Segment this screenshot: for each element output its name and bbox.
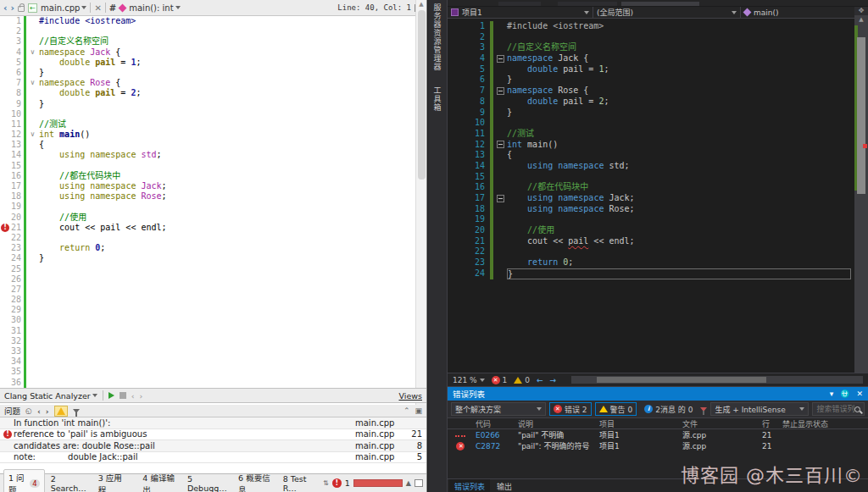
search-input[interactable]	[816, 405, 854, 413]
code-editor-left[interactable]: 1#include <iostream>23//自定义名称空间4∨namespa…	[0, 16, 426, 388]
fold-marker[interactable]: ∨	[26, 78, 39, 88]
show-warnings-toggle[interactable]	[54, 406, 68, 417]
column-header[interactable]: 文件	[680, 418, 760, 429]
code-line[interactable]: 7∨namespace Rose {	[0, 78, 426, 88]
scrollbar-thumb[interactable]	[857, 37, 865, 194]
messages-filter-button[interactable]: i 2消息 的 0	[640, 402, 697, 416]
column-header[interactable]: 禁止显示状态	[780, 418, 868, 429]
taskbar-tab[interactable]: 2 Search…	[47, 469, 92, 492]
scroll-up-icon[interactable]: ▲	[416, 0, 426, 9]
project-dropdown[interactable]: 项目1	[448, 7, 593, 18]
forward-icon[interactable]: ›	[11, 3, 15, 14]
analyzer-tool-dropdown[interactable]: Clang Static Analyzer	[4, 391, 97, 401]
code-line[interactable]: 14 using namespace std;	[0, 150, 426, 160]
panel-tab[interactable]: 输出	[492, 479, 517, 492]
code-line[interactable]: 25	[0, 264, 426, 274]
code-line[interactable]: 4namespace Jack {	[448, 53, 854, 64]
navigate-forward-icon[interactable]: →	[550, 376, 557, 384]
taskbar-tab[interactable]: 8 Test R…	[279, 469, 321, 492]
fold-marker[interactable]	[493, 193, 507, 204]
issue-row[interactable]: In function 'int main()':main.cpp	[0, 417, 426, 429]
window-menu-icon[interactable]: ▾	[830, 390, 834, 398]
code-line[interactable]: 5 double pail = 1;	[448, 64, 854, 75]
code-line[interactable]: 32	[0, 336, 426, 346]
code-line[interactable]: 34	[0, 357, 426, 367]
code-line[interactable]: 4∨namespace Jack {	[0, 47, 426, 58]
code-line[interactable]: 1#include <iostream>	[448, 21, 854, 32]
scrollbar-thumb[interactable]	[597, 377, 766, 383]
scroll-up-icon[interactable]: ▲	[854, 15, 868, 24]
clear-filter-icon[interactable]	[700, 407, 707, 412]
taskbar-tab[interactable]: 1 问题4	[3, 469, 45, 492]
symbol-dropdown[interactable]: main(): int	[129, 3, 180, 13]
taskbar-tab[interactable]: 4 编译输出	[138, 469, 181, 492]
code-line[interactable]: 19	[0, 202, 426, 212]
code-line[interactable]: 6}	[448, 75, 854, 86]
code-line[interactable]: 18 using namespace Rose;	[0, 191, 426, 202]
code-line[interactable]: 20 //使用	[0, 213, 426, 223]
zoom-dropdown[interactable]: 121 %	[453, 376, 485, 384]
code-line[interactable]: 10	[448, 118, 854, 129]
column-header[interactable]: 行	[760, 418, 780, 429]
code-line[interactable]: 24}	[0, 253, 426, 263]
panel-toggle-icon[interactable]	[415, 479, 423, 487]
code-line[interactable]: 31	[0, 326, 426, 336]
filter-icon[interactable]	[73, 409, 80, 413]
scope-dropdown[interactable]: (全局范围)	[593, 7, 741, 18]
code-line[interactable]: 22	[0, 233, 426, 243]
fold-marker[interactable]	[493, 86, 507, 97]
code-line[interactable]: 8 double pail = 2;	[0, 88, 426, 98]
code-line[interactable]: 6}	[0, 68, 426, 78]
error-row[interactable]: E0266"pail" 不明确项目1源.cpp21	[448, 429, 868, 440]
code-line[interactable]: 9}	[0, 99, 426, 109]
taskbar-tab[interactable]: 5 Debugg…	[183, 469, 232, 492]
fold-marker[interactable]: ∨	[26, 47, 39, 58]
code-line[interactable]: 3//自定义名称空间	[0, 36, 426, 47]
code-line[interactable]: 10	[0, 109, 426, 119]
close-icon[interactable]: ✕	[856, 390, 863, 398]
code-line[interactable]: 12∨int main()	[0, 130, 426, 140]
code-line[interactable]: 23 return 0;	[0, 243, 426, 253]
code-line[interactable]: 18 using namespace Rose;	[448, 204, 854, 215]
collapse-icon[interactable]: ▲	[406, 479, 411, 487]
code-line[interactable]: 19	[448, 214, 854, 225]
error-code-link[interactable]: E0266	[473, 431, 515, 439]
code-line[interactable]: 33	[0, 346, 426, 357]
fold-marker[interactable]	[493, 140, 507, 151]
code-line[interactable]: 26	[0, 274, 426, 285]
error-code-link[interactable]: C2872	[473, 442, 515, 451]
column-header[interactable]: 说明	[515, 418, 597, 429]
code-line[interactable]: 23 return 0;	[448, 257, 854, 268]
code-editor-right[interactable]: 1#include <iostream>23//自定义名称空间4namespac…	[448, 19, 854, 373]
error-row[interactable]: ✕C2872"pail": 不明确的符号项目1源.cpp21	[448, 440, 868, 451]
panel-tab[interactable]: 错误列表	[449, 479, 490, 492]
views-menu[interactable]: Views	[399, 391, 423, 401]
splitter-grip-icon[interactable]: ✥	[854, 7, 868, 15]
code-line[interactable]: 24}	[448, 268, 854, 279]
code-line[interactable]: 11//测试	[0, 119, 426, 130]
error-indicator[interactable]: ✕ 1	[492, 376, 508, 384]
navigate-back-icon[interactable]: ←	[537, 376, 543, 384]
updown-icon[interactable]: ⇅	[323, 479, 329, 487]
pin-icon[interactable]: ⛎	[840, 390, 849, 398]
code-line[interactable]: !21 cout << pail << endl;	[0, 223, 426, 233]
back-icon[interactable]: ‹	[3, 3, 8, 14]
code-line[interactable]: 12int main()	[448, 140, 854, 151]
issue-row[interactable]: !reference to 'pail' is ambiguousmain.cp…	[0, 429, 426, 441]
prev-diagnostic-icon[interactable]: ‹	[131, 391, 135, 401]
code-line[interactable]: 36	[0, 378, 426, 388]
code-line[interactable]: 29	[0, 305, 426, 315]
open-document-dropdown[interactable]: main.cpp	[41, 3, 86, 13]
editor-scrollbar[interactable]: ✥ ▲ ▼	[854, 7, 868, 386]
symbol-dropdown[interactable]: main()	[741, 7, 868, 18]
code-line[interactable]: 14 using namespace std;	[448, 161, 854, 172]
stop-icon[interactable]	[120, 392, 126, 399]
column-header[interactable]: 项目	[597, 418, 680, 429]
code-line[interactable]: 2	[0, 26, 426, 36]
collapse-box-icon[interactable]	[497, 55, 504, 63]
code-line[interactable]: 20 //使用	[448, 225, 854, 236]
code-line[interactable]: 35	[0, 367, 426, 377]
code-line[interactable]: 13{	[0, 140, 426, 150]
code-line[interactable]: 17 using namespace Jack;	[448, 193, 854, 204]
warning-indicator[interactable]: 0	[514, 376, 530, 384]
